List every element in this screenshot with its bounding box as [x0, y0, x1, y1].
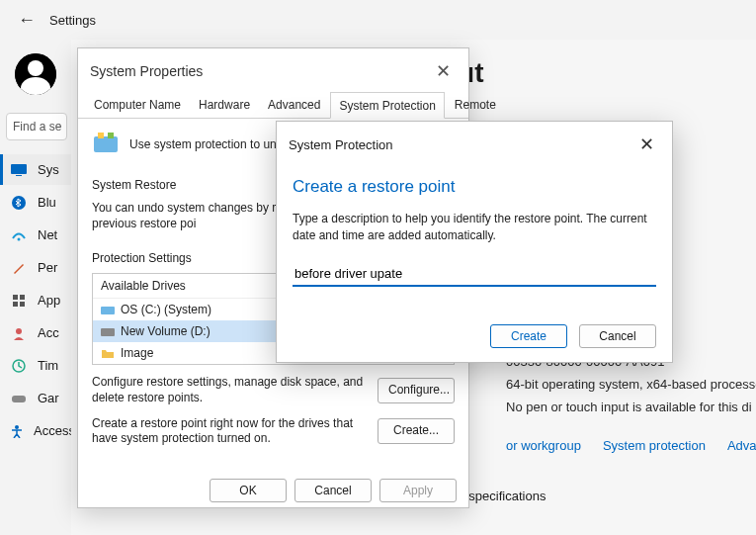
create-button[interactable]: Create: [490, 324, 567, 348]
restore-point-name-input[interactable]: [293, 262, 656, 287]
create-help-text: Create a restore point right now for the…: [92, 416, 368, 447]
sidebar-item-label: Gar: [38, 391, 59, 405]
drive-name: OS (C:) (System): [121, 303, 211, 316]
tab-computer-name[interactable]: Computer Name: [86, 92, 189, 118]
back-button[interactable]: ←: [18, 10, 36, 31]
drive-icon: [101, 325, 115, 337]
svg-rect-16: [94, 136, 118, 152]
tab-system-protection[interactable]: System Protection: [330, 92, 444, 119]
network-icon: [10, 228, 28, 242]
svg-rect-1: [16, 175, 22, 176]
svg-rect-20: [101, 328, 115, 336]
svg-rect-10: [12, 396, 26, 402]
about-heading: out: [441, 57, 732, 89]
bluetooth-icon: [10, 196, 28, 210]
svg-rect-4: [13, 295, 18, 300]
tab-hardware[interactable]: Hardware: [191, 92, 258, 118]
svg-rect-17: [98, 133, 104, 138]
ok-button[interactable]: OK: [210, 479, 287, 502]
page-title: Settings: [49, 13, 96, 28]
sidebar-item-label: Per: [38, 260, 57, 275]
svg-rect-18: [108, 133, 114, 138]
link-workgroup[interactable]: or workgroup: [506, 438, 581, 453]
sidebar-item-accounts[interactable]: Acc: [0, 317, 71, 348]
apps-icon: [10, 294, 28, 308]
sidebar-item-time[interactable]: Tim: [0, 350, 71, 381]
sidebar-item-system[interactable]: Sys: [0, 154, 71, 185]
close-button[interactable]: ✕: [633, 132, 660, 157]
sidebar-item-label: Net: [38, 227, 57, 242]
sidebar: Find a se Sys Blu Net Per App Acc Tim: [0, 40, 71, 534]
svg-point-3: [18, 237, 21, 240]
tab-remote[interactable]: Remote: [447, 92, 504, 118]
avatar[interactable]: [15, 53, 56, 95]
svg-rect-0: [11, 164, 27, 174]
sidebar-item-label: App: [38, 293, 60, 308]
link-system-protection[interactable]: System protection: [603, 438, 706, 453]
svg-point-11: [15, 425, 19, 429]
sidebar-item-apps[interactable]: App: [0, 285, 71, 315]
configure-help-text: Configure restore settings, manage disk …: [92, 375, 368, 405]
drive-name: Image: [121, 346, 153, 360]
cancel-button[interactable]: Cancel: [294, 479, 372, 502]
sidebar-item-label: Tim: [38, 358, 58, 373]
svg-rect-5: [20, 295, 25, 300]
crp-help-text: Type a description to help you identify …: [293, 211, 656, 244]
sidebar-item-label: Sys: [38, 162, 59, 177]
sidebar-item-gaming[interactable]: Gar: [0, 383, 71, 413]
link-advanced[interactable]: Advan: [727, 438, 756, 453]
folder-icon: [101, 347, 115, 359]
search-input[interactable]: Find a se: [6, 113, 67, 140]
drive-name: New Volume (D:): [121, 324, 210, 338]
gamepad-icon: [10, 392, 28, 405]
svg-rect-6: [13, 302, 18, 307]
tab-advanced[interactable]: Advanced: [260, 92, 328, 118]
shield-icon: [92, 131, 120, 158]
sidebar-item-personalization[interactable]: Per: [0, 252, 71, 283]
sidebar-item-bluetooth[interactable]: Blu: [0, 187, 71, 218]
svg-point-8: [16, 328, 22, 334]
close-button[interactable]: ✕: [430, 58, 457, 84]
person-icon: [10, 326, 28, 340]
sidebar-item-accessibility[interactable]: Accessibility: [0, 415, 71, 446]
drives-header: Available Drives: [101, 279, 186, 293]
system-icon: [10, 163, 28, 177]
accessibility-icon: [10, 424, 24, 438]
create-restore-point-dialog: System Protection ✕ Create a restore poi…: [276, 121, 673, 363]
drive-icon: [101, 304, 115, 315]
search-placeholder: Find a se: [13, 120, 61, 134]
crp-heading: Create a restore point: [293, 177, 656, 197]
brush-icon: [10, 261, 28, 275]
sidebar-item-network[interactable]: Net: [0, 220, 71, 250]
clock-icon: [10, 359, 28, 373]
svg-point-2: [12, 196, 26, 210]
svg-rect-7: [20, 302, 25, 307]
cancel-button[interactable]: Cancel: [579, 324, 656, 348]
crp-title: System Protection: [289, 137, 393, 152]
apply-button[interactable]: Apply: [379, 479, 457, 502]
create-restore-point-button[interactable]: Create...: [378, 418, 455, 444]
spec-system-type: 64-bit operating system, x64-based proce…: [506, 377, 732, 392]
configure-button[interactable]: Configure...: [378, 378, 455, 403]
sidebar-item-label: Acc: [38, 325, 59, 340]
sysprops-title: System Properties: [90, 63, 203, 79]
svg-rect-19: [101, 307, 115, 314]
spec-pen-touch: No pen or touch input is available for t…: [506, 400, 732, 414]
sidebar-item-label: Blu: [38, 195, 56, 210]
